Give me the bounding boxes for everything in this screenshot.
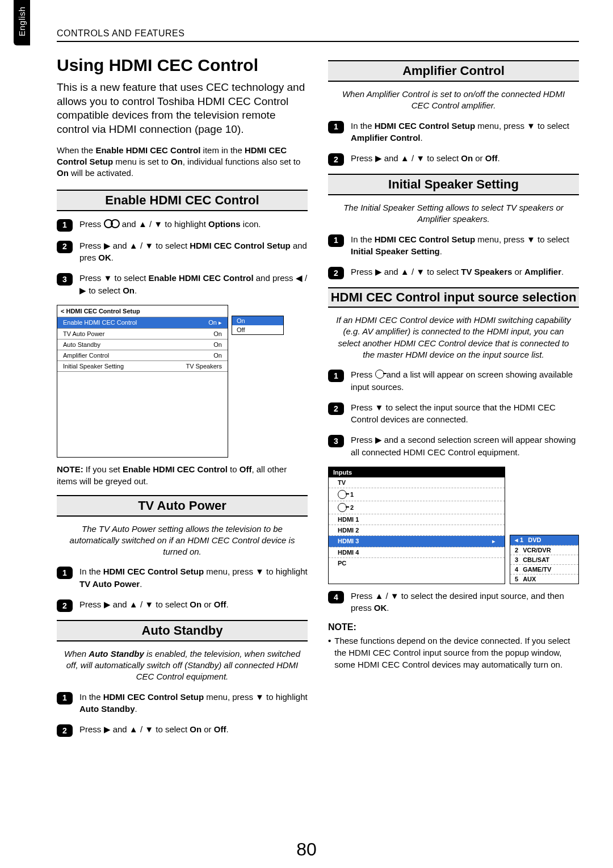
device-row: 3CBL/SAT xyxy=(510,555,578,565)
step-text: Press ▶ and ▲ / ▼ to select TV Speakers … xyxy=(351,266,564,279)
step-text: Press ▶ and ▲ / ▼ to select HDMI CEC Con… xyxy=(79,240,308,265)
section-auto-standby: Auto Standby xyxy=(57,620,308,641)
step-badge: 2 xyxy=(57,599,73,612)
device-popup: ◂ 1DVD 2VCR/DVR 3CBL/SAT 4GAME/TV 5AUX xyxy=(510,535,579,584)
quick-menu-icon xyxy=(104,219,120,228)
device-row: 4GAME/TV xyxy=(510,565,578,575)
initial-speaker-desc: The Initial Speaker Setting allows to se… xyxy=(333,202,574,225)
step-badge: 1 xyxy=(57,692,73,705)
step-text: Press ▲ / ▼ to select the desired input … xyxy=(351,590,579,615)
step-badge: 1 xyxy=(57,567,73,579)
manual-page: CONTROLS AND FEATURES English Using HDMI… xyxy=(0,0,613,868)
input-source-icon xyxy=(375,370,384,379)
device-row-selected: ◂ 1DVD xyxy=(510,535,578,546)
section-input-source-selection: HDMI CEC Control input source selection xyxy=(328,287,579,308)
step-badge: 1 xyxy=(328,370,344,382)
tv-auto-power-desc: The TV Auto Power setting allows the tel… xyxy=(61,523,303,558)
input-row: TV xyxy=(329,477,505,488)
av-input-icon xyxy=(338,490,347,499)
amplifier-steps: 1In the HDMI CEC Control Setup menu, pre… xyxy=(328,120,579,166)
enable-note: NOTE: If you set Enable HDMI CEC Control… xyxy=(57,463,308,487)
step-badge: 4 xyxy=(328,591,344,603)
amplifier-control-desc: When Amplifier Control is set to on/off … xyxy=(333,89,574,112)
left-column: Using HDMI CEC Control This is a new fea… xyxy=(57,52,308,745)
step-badge: 2 xyxy=(328,402,344,415)
source-step-4: 4Press ▲ / ▼ to select the desired input… xyxy=(328,590,579,615)
step-text: Press and ▲ / ▼ to highlight Options ico… xyxy=(79,218,261,232)
page-title: Using HDMI CEC Control xyxy=(57,56,308,75)
inputs-list: Inputs TV 1 2 HDMI 1 HDMI 2 HDMI 3▸ HDMI… xyxy=(328,467,505,584)
step-badge: 1 xyxy=(57,219,73,232)
device-row: 2VCR/DVR xyxy=(510,546,578,555)
intro-paragraph: This is a new feature that uses CEC tech… xyxy=(57,81,308,137)
step-text: In the HDMI CEC Control Setup menu, pres… xyxy=(79,565,308,590)
menu-row: Auto StandbyOn xyxy=(57,339,228,350)
menu-row: TV Auto PowerOn xyxy=(57,328,228,339)
step-badge: 1 xyxy=(328,121,344,133)
input-row: HDMI 2 xyxy=(329,525,505,536)
enable-steps: 1 Press and ▲ / ▼ to highlight Options i… xyxy=(57,218,308,297)
step-text: Press ▶ and ▲ / ▼ to select On or Off. xyxy=(351,152,500,166)
menu-row: Amplifier ControlOn xyxy=(57,350,228,360)
auto-standby-desc: When Auto Standby is enabled, the televi… xyxy=(61,648,303,683)
step-text: Press ▶ and ▲ / ▼ to select On or Off. xyxy=(79,598,229,612)
step-text: Press ▶ and ▲ / ▼ to select On or Off. xyxy=(79,723,229,737)
menu-row-enable: Enable HDMI CEC ControlOn ▸ xyxy=(57,317,228,328)
section-initial-speaker: Initial Speaker Setting xyxy=(328,174,579,195)
popup-option-off: Off xyxy=(232,325,283,334)
setup-menu-illustration: < HDMI CEC Control Setup Enable HDMI CEC… xyxy=(57,305,308,458)
step-text: Press and a list will appear on screen s… xyxy=(351,368,579,393)
step-text: In the HDMI CEC Control Setup menu, pres… xyxy=(79,691,308,716)
page-number: 80 xyxy=(0,839,613,860)
step-badge: 2 xyxy=(57,724,73,737)
section-tv-auto-power: TV Auto Power xyxy=(57,495,308,517)
step-text: Press ▼ to select Enable HDMI CEC Contro… xyxy=(79,272,308,297)
two-column-layout: Using HDMI CEC Control This is a new fea… xyxy=(57,52,579,745)
menu-title: < HDMI CEC Control Setup xyxy=(57,305,228,317)
speaker-steps: 1In the HDMI CEC Control Setup menu, pre… xyxy=(328,233,579,280)
step-badge: 2 xyxy=(328,153,344,166)
right-column: Amplifier Control When Amplifier Control… xyxy=(328,52,579,745)
av-input-icon xyxy=(338,503,347,512)
step-text: Press ▼ to select the input source that … xyxy=(351,401,579,426)
hdmi-cec-setup-menu: < HDMI CEC Control Setup Enable HDMI CEC… xyxy=(57,305,228,458)
step-text: In the HDMI CEC Control Setup menu, pres… xyxy=(351,233,579,258)
inputs-illustration: Inputs TV 1 2 HDMI 1 HDMI 2 HDMI 3▸ HDMI… xyxy=(328,467,579,584)
section-enable-hdmi-cec: Enable HDMI CEC Control xyxy=(57,190,308,211)
step-badge: 2 xyxy=(57,241,73,253)
menu-empty-area xyxy=(57,371,228,457)
section-header: CONTROLS AND FEATURES xyxy=(57,28,579,42)
input-source-desc: If an HDMI CEC Control device with HDMI … xyxy=(333,315,574,360)
step-badge: 1 xyxy=(328,234,344,247)
tv-auto-steps: 1In the HDMI CEC Control Setup menu, pre… xyxy=(57,565,308,612)
input-row: PC xyxy=(329,558,505,568)
input-row: 2 xyxy=(329,501,505,514)
step-badge: 3 xyxy=(328,435,344,447)
note-heading: NOTE: xyxy=(328,622,579,632)
source-steps: 1Press and a list will appear on screen … xyxy=(328,368,579,459)
auto-standby-steps: 1In the HDMI CEC Control Setup menu, pre… xyxy=(57,691,308,737)
note-bullet: These functions depend on the device con… xyxy=(328,635,579,670)
step-badge: 3 xyxy=(57,273,73,286)
input-row-selected: HDMI 3▸ xyxy=(329,536,505,547)
inputs-title: Inputs xyxy=(329,467,505,477)
device-row: 5AUX xyxy=(510,575,578,584)
step-text: Press ▶ and a second selection screen wi… xyxy=(351,434,579,459)
step-badge: 2 xyxy=(328,267,344,279)
on-off-popup: On Off xyxy=(232,316,284,335)
precondition-text: When the Enable HDMI CEC Control item in… xyxy=(57,145,308,179)
step-text: In the HDMI CEC Control Setup menu, pres… xyxy=(351,120,579,145)
language-tab: English xyxy=(14,0,30,45)
input-row: 1 xyxy=(329,488,505,501)
menu-row: Initial Speaker SettingTV Speakers xyxy=(57,360,228,371)
section-amplifier-control: Amplifier Control xyxy=(328,60,579,82)
input-row: HDMI 4 xyxy=(329,547,505,558)
popup-option-on: On xyxy=(232,316,283,325)
input-row: HDMI 1 xyxy=(329,514,505,525)
